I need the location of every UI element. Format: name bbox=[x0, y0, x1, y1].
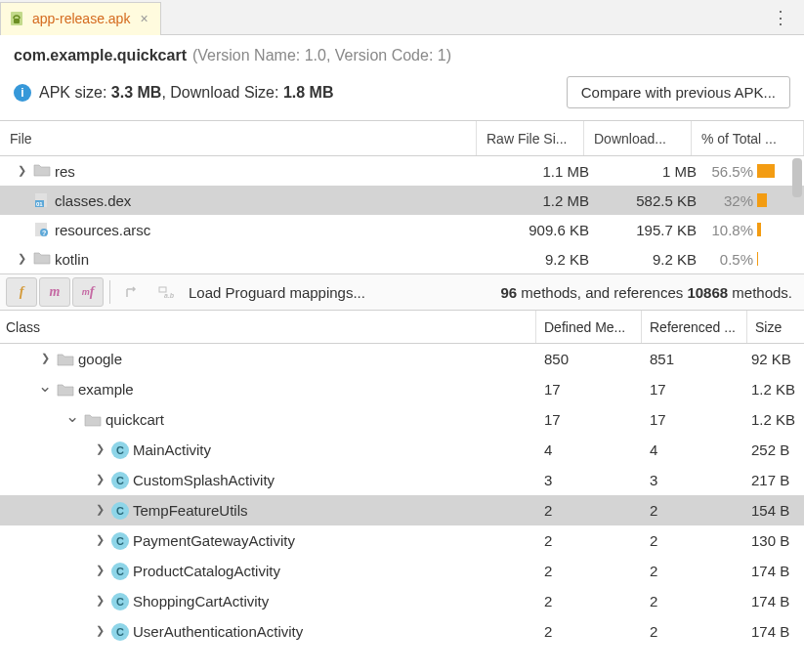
package-icon bbox=[84, 413, 102, 427]
download-size: 582.5 KB bbox=[599, 192, 706, 209]
referenced-methods: 2 bbox=[642, 563, 747, 579]
chevron-icon[interactable]: ❯ bbox=[92, 533, 107, 546]
col-size[interactable]: Size bbox=[747, 311, 804, 343]
class-icon: C bbox=[111, 623, 129, 641]
class-row[interactable]: ❯ google 850 851 92 KB bbox=[0, 344, 804, 374]
class-row[interactable]: ⌄ quickcart 17 17 1.2 KB bbox=[0, 404, 804, 435]
col-download[interactable]: Download... bbox=[584, 121, 692, 155]
defined-methods: 3 bbox=[536, 472, 642, 488]
referenced-methods: 4 bbox=[642, 441, 747, 458]
raw-size: 1.1 MB bbox=[491, 163, 599, 180]
file-table-body: ❯ res 1.1 MB 1 MB 56.5% ❯ 01 classes.dex… bbox=[0, 156, 804, 273]
percent-text: 56.5% bbox=[706, 163, 753, 180]
class-name: MainActivity bbox=[133, 441, 211, 458]
defined-methods: 850 bbox=[536, 351, 642, 367]
class-icon: C bbox=[111, 532, 129, 550]
file-row[interactable]: ❯ ? resources.arsc 909.6 KB 195.7 KB 10.… bbox=[0, 215, 804, 244]
class-table-body: ❯ google 850 851 92 KB ⌄ example 17 17 1… bbox=[0, 344, 804, 647]
compare-apk-button[interactable]: Compare with previous APK... bbox=[567, 76, 790, 108]
referenced-methods: 851 bbox=[642, 351, 747, 367]
class-size: 130 B bbox=[747, 532, 804, 549]
chevron-icon[interactable]: ❯ bbox=[92, 503, 107, 516]
file-row[interactable]: ❯ res 1.1 MB 1 MB 56.5% bbox=[0, 156, 804, 186]
class-icon: C bbox=[111, 593, 129, 610]
methods-summary: 96 methods, and references 10868 methods… bbox=[500, 284, 798, 301]
chevron-icon[interactable]: ❯ bbox=[37, 352, 53, 364]
defined-methods: 2 bbox=[536, 502, 642, 519]
tab-label: app-release.apk bbox=[32, 11, 130, 26]
col-referenced[interactable]: Referenced ... bbox=[642, 311, 747, 343]
chevron-icon[interactable]: ❯ bbox=[92, 624, 107, 637]
class-table-header: Class Defined Me... Referenced ... Size bbox=[0, 311, 804, 344]
class-row[interactable]: ❯ C ShoppingCartActivity 2 2 174 B bbox=[0, 586, 804, 616]
chevron-icon[interactable]: ❯ bbox=[92, 473, 107, 485]
col-defined[interactable]: Defined Me... bbox=[536, 311, 642, 343]
download-size: 195.7 KB bbox=[599, 222, 706, 238]
class-row[interactable]: ❯ C TempFeatureUtils 2 2 154 B bbox=[0, 495, 804, 525]
class-row[interactable]: ⌄ example 17 17 1.2 KB bbox=[0, 374, 804, 404]
class-size: 174 B bbox=[747, 593, 804, 609]
percent-text: 10.8% bbox=[706, 222, 753, 238]
class-row[interactable]: ❯ C ProductCatalogActivity 2 2 174 B bbox=[0, 556, 804, 586]
class-icon: C bbox=[111, 563, 129, 580]
load-proguard-link[interactable]: Load Proguard mappings... bbox=[189, 284, 365, 301]
dex-icon: 01 bbox=[33, 192, 51, 208]
col-class[interactable]: Class bbox=[0, 311, 536, 343]
col-percent[interactable]: % of Total ... bbox=[692, 121, 804, 155]
file-row[interactable]: ❯ kotlin 9.2 KB 9.2 KB 0.5% bbox=[0, 244, 804, 273]
find-usages-button[interactable]: a.b bbox=[149, 277, 181, 307]
file-name: resources.arsc bbox=[55, 222, 150, 238]
class-row[interactable]: ❯ C UserAuthenticationActivity 2 2 174 B bbox=[0, 616, 804, 647]
file-row[interactable]: ❯ 01 classes.dex 1.2 MB 582.5 KB 32% bbox=[0, 186, 804, 215]
class-icon: C bbox=[111, 502, 129, 520]
defined-methods: 4 bbox=[536, 441, 642, 458]
class-row[interactable]: ❯ C PaymentGatewayActivity 2 2 130 B bbox=[0, 525, 804, 556]
referenced-methods: 2 bbox=[642, 532, 747, 549]
class-size: 1.2 KB bbox=[747, 381, 804, 398]
referenced-methods: 2 bbox=[642, 623, 747, 640]
raw-size: 9.2 KB bbox=[491, 251, 599, 268]
percent-text: 0.5% bbox=[706, 251, 753, 268]
editor-tab[interactable]: app-release.apk × bbox=[0, 2, 161, 35]
percent-bar bbox=[757, 193, 767, 207]
file-table-header: File Raw File Si... Download... % of Tot… bbox=[0, 121, 804, 156]
scrollbar-thumb[interactable] bbox=[792, 158, 802, 197]
chevron-icon[interactable]: ⌄ bbox=[37, 376, 53, 397]
referenced-methods: 17 bbox=[642, 381, 747, 398]
col-raw[interactable]: Raw File Si... bbox=[477, 121, 584, 155]
apk-file-icon bbox=[9, 10, 26, 27]
chevron-icon[interactable]: ❯ bbox=[92, 564, 107, 576]
class-name: quickcart bbox=[106, 411, 164, 428]
chevron-icon[interactable]: ❯ bbox=[92, 594, 107, 607]
chevron-right-icon[interactable]: ❯ bbox=[14, 164, 29, 177]
apk-size-text: APK size: 3.3 MB, Download Size: 1.8 MB bbox=[39, 84, 559, 102]
filter-referenced-button[interactable]: mf bbox=[72, 277, 104, 307]
defined-methods: 2 bbox=[536, 532, 642, 549]
class-row[interactable]: ❯ C MainActivity 4 4 252 B bbox=[0, 435, 804, 465]
expand-button[interactable] bbox=[116, 277, 148, 307]
file-name: kotlin bbox=[55, 251, 89, 268]
filter-fields-button[interactable]: f bbox=[6, 277, 37, 307]
class-name: PaymentGatewayActivity bbox=[133, 532, 295, 549]
close-tab-icon[interactable]: × bbox=[136, 11, 151, 26]
class-size: 217 B bbox=[747, 472, 804, 488]
defined-methods: 2 bbox=[536, 563, 642, 579]
chevron-right-icon[interactable]: ❯ bbox=[14, 252, 29, 265]
chevron-icon[interactable]: ⌄ bbox=[64, 406, 80, 427]
svg-text:a.b: a.b bbox=[164, 292, 174, 299]
file-name: res bbox=[55, 163, 75, 180]
overflow-menu-icon[interactable]: ⋮ bbox=[758, 7, 804, 28]
class-icon: C bbox=[111, 441, 129, 459]
arsc-icon: ? bbox=[33, 222, 51, 237]
class-size: 174 B bbox=[747, 623, 804, 640]
filter-methods-button[interactable]: m bbox=[39, 277, 70, 307]
chevron-icon[interactable]: ❯ bbox=[92, 442, 107, 455]
class-row[interactable]: ❯ C CustomSplashActivity 3 3 217 B bbox=[0, 465, 804, 495]
class-name: google bbox=[78, 351, 122, 367]
package-icon bbox=[57, 353, 74, 366]
class-size: 252 B bbox=[747, 441, 804, 458]
class-size: 154 B bbox=[747, 502, 804, 519]
referenced-methods: 3 bbox=[642, 472, 747, 488]
col-file[interactable]: File bbox=[0, 121, 477, 155]
folder-icon bbox=[33, 163, 51, 179]
